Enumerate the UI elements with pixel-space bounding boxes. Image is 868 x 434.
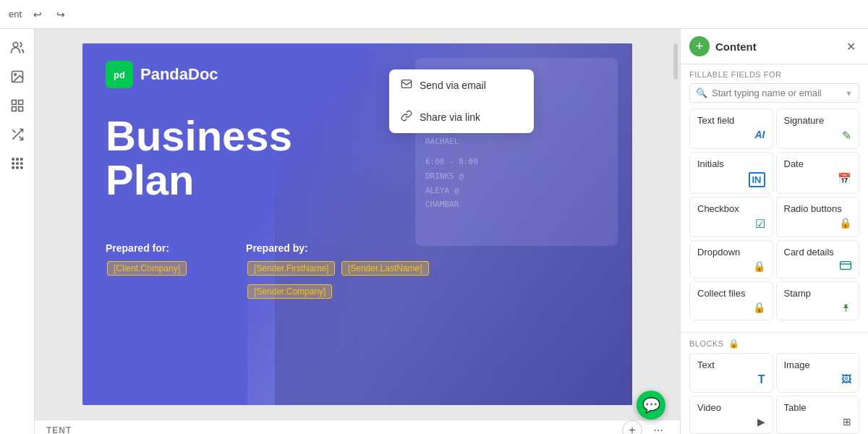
date-item[interactable]: Date 📅 xyxy=(776,152,860,194)
recipient-search-input[interactable] xyxy=(712,88,841,98)
svg-point-17 xyxy=(16,167,18,169)
search-dropdown-arrow[interactable]: ▼ xyxy=(845,89,853,98)
add-content-button[interactable]: + xyxy=(689,36,710,56)
prepared-section: Prepared for: [Client.Company] Prepared … xyxy=(106,242,609,300)
sidebar-block-icon[interactable] xyxy=(4,93,30,119)
collect-files-lock-icon-area: 🔒 xyxy=(697,302,765,313)
sidebar-grid-icon[interactable] xyxy=(4,150,30,176)
stamp-item[interactable]: Stamp 🖈 xyxy=(776,281,860,320)
prepared-by-block: Prepared by: [Sender.FirstName] [Sender.… xyxy=(246,242,430,300)
image-block-icon: 🖼 xyxy=(841,373,851,385)
sidebar-shuffle-icon[interactable] xyxy=(4,122,30,148)
text-field-item[interactable]: Text field AI xyxy=(689,109,773,149)
share-link-item[interactable]: Share via link xyxy=(389,101,534,133)
sidebar-people-icon[interactable] xyxy=(4,35,30,61)
svg-point-0 xyxy=(13,43,18,48)
date-label: Date xyxy=(784,158,852,169)
close-panel-button[interactable]: ✕ xyxy=(842,38,859,55)
sidebar-image-icon[interactable] xyxy=(4,64,30,90)
video-block-label: Video xyxy=(697,402,765,413)
stamp-icon: 🖈 xyxy=(841,302,851,314)
sender-firstname-tag[interactable]: [Sender.FirstName] xyxy=(247,261,335,276)
ai-icon: AI xyxy=(755,129,765,140)
send-email-item[interactable]: Send via email xyxy=(389,69,534,101)
card-details-item[interactable]: Card details xyxy=(776,240,860,278)
svg-point-10 xyxy=(12,158,14,161)
svg-point-13 xyxy=(12,163,14,165)
svg-rect-20 xyxy=(841,262,851,270)
video-block-item[interactable]: Video ▶ xyxy=(689,396,773,434)
svg-rect-5 xyxy=(12,107,16,111)
checkbox-icon-area: ☑ xyxy=(697,217,765,231)
stamp-label: Stamp xyxy=(784,288,852,299)
dropdown-lock-icon-area: 🔒 xyxy=(697,260,765,272)
collect-files-lock-icon: 🔒 xyxy=(753,302,765,313)
svg-point-12 xyxy=(20,158,22,161)
dropdown-label: Dropdown xyxy=(697,247,765,258)
radio-lock-icon-area: 🔒 xyxy=(784,217,852,229)
prepared-for-block: Prepared for: [Client.Company] xyxy=(106,242,188,300)
page-label: TENT xyxy=(46,425,72,434)
stamp-icon-area: 🖈 xyxy=(784,302,852,314)
dropdown-item[interactable]: Dropdown 🔒 xyxy=(689,240,773,278)
scrollbar[interactable] xyxy=(673,29,678,402)
table-block-item[interactable]: Table ⊞ xyxy=(776,396,860,434)
prepared-by-label: Prepared by: xyxy=(246,242,430,254)
client-company-tag[interactable]: [Client.Company] xyxy=(107,261,187,276)
table-block-label: Table xyxy=(784,402,852,413)
card-details-label: Card details xyxy=(784,247,852,258)
share-dropdown-menu: Send via email Share via link xyxy=(389,69,534,133)
initials-in-icon: IN xyxy=(749,172,765,187)
radio-lock-icon: 🔒 xyxy=(839,217,851,229)
add-page-button[interactable]: + xyxy=(622,420,642,434)
logo-name: PandaDoc xyxy=(140,65,218,84)
text-block-item[interactable]: Text T xyxy=(689,353,773,393)
signature-item[interactable]: Signature ✎ xyxy=(776,109,860,149)
checkbox-check-icon: ☑ xyxy=(755,217,765,231)
svg-rect-3 xyxy=(12,101,16,105)
image-block-label: Image xyxy=(784,359,852,370)
chat-bubble-button[interactable]: 💬 xyxy=(637,391,665,420)
card-icon-area xyxy=(784,260,852,272)
fillable-label: FILLABLE FIELDS FOR xyxy=(689,70,859,79)
collect-files-label: Collect files xyxy=(697,288,765,299)
undo-redo-group: ↩ ↪ xyxy=(27,4,71,25)
svg-rect-6 xyxy=(18,107,22,111)
panel-scroll[interactable]: FILLABLE FIELDS FOR 🔍 ▼ Text field AI xyxy=(681,64,868,434)
svg-point-11 xyxy=(16,158,18,161)
collect-files-item[interactable]: Collect files 🔒 xyxy=(689,281,773,320)
prepared-for-label: Prepared for: xyxy=(106,242,188,254)
main-area: 3:00 - 5:00 DRINKS W/ SARAH & RACHAEL 6:… xyxy=(0,29,868,434)
redo-button[interactable]: ↪ xyxy=(51,4,71,25)
blocks-section: BLOCKS 🔒 Text T Image � xyxy=(681,332,868,434)
search-icon: 🔍 xyxy=(696,88,707,98)
panel-header: + Content ✕ xyxy=(681,29,868,64)
initials-item[interactable]: Initials IN xyxy=(689,152,773,194)
sender-company-tag[interactable]: [Sender.Company] xyxy=(247,284,332,299)
initials-label: Initials xyxy=(697,158,765,169)
blocks-lock-icon: 🔒 xyxy=(728,339,740,349)
svg-line-9 xyxy=(12,129,15,132)
svg-point-14 xyxy=(16,163,18,165)
canvas-inner: 3:00 - 5:00 DRINKS W/ SARAH & RACHAEL 6:… xyxy=(35,29,680,420)
checkbox-item[interactable]: Checkbox ☑ xyxy=(689,197,773,237)
video-play-icon: ▶ xyxy=(757,416,765,427)
panel-title: Content xyxy=(715,41,842,53)
doc-content: Business Plan Prepared for: [Client.Comp… xyxy=(82,100,632,323)
logo-icon: pd xyxy=(106,61,133,88)
signature-pen-icon: ✎ xyxy=(842,129,851,142)
link-icon xyxy=(401,110,412,124)
text-field-label: Text field xyxy=(697,115,765,126)
blocks-grid: Text T Image 🖼 Video xyxy=(689,353,859,434)
canvas-area: 3:00 - 5:00 DRINKS W/ SARAH & RACHAEL 6:… xyxy=(35,29,680,434)
sender-lastname-tag[interactable]: [Sender.LastName] xyxy=(341,261,429,276)
signature-label: Signature xyxy=(784,115,852,126)
more-options-button[interactable]: ··· xyxy=(648,420,668,434)
document-page: 3:00 - 5:00 DRINKS W/ SARAH & RACHAEL 6:… xyxy=(82,43,632,405)
image-block-item[interactable]: Image 🖼 xyxy=(776,353,860,393)
dropdown-lock-icon: 🔒 xyxy=(753,260,765,272)
top-bar-title: ent xyxy=(9,9,22,20)
svg-point-16 xyxy=(12,167,14,169)
undo-button[interactable]: ↩ xyxy=(27,4,48,25)
radio-buttons-item[interactable]: Radio buttons 🔒 xyxy=(776,197,860,237)
